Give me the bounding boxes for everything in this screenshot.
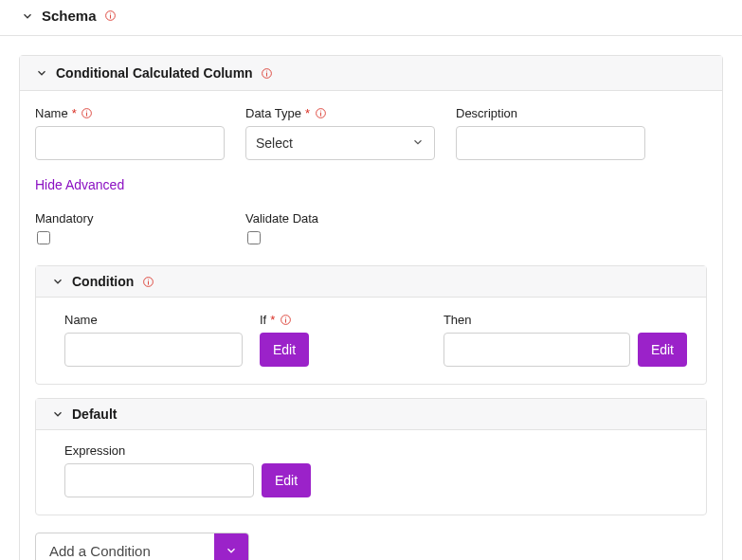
then-input[interactable] — [443, 333, 630, 367]
validate-label: Validate Data — [245, 211, 435, 226]
ccc-header[interactable]: Conditional Calculated Column — [20, 56, 722, 91]
chevron-down-icon — [214, 533, 248, 560]
mandatory-checkbox[interactable] — [37, 231, 50, 244]
name-label: Name — [35, 106, 68, 120]
info-icon — [104, 9, 118, 23]
ccc-title: Conditional Calculated Column — [56, 65, 253, 81]
add-condition-button[interactable]: Add a Condition — [35, 533, 249, 560]
datatype-select[interactable]: Select — [245, 126, 435, 160]
chevron-down-icon — [35, 66, 48, 80]
condition-name-label: Name — [64, 313, 98, 327]
expression-label: Expression — [64, 443, 125, 458]
schema-header[interactable]: Schema — [0, 0, 742, 36]
datatype-selected: Select — [256, 135, 293, 151]
description-label: Description — [456, 106, 517, 120]
required-asterisk: * — [72, 106, 77, 120]
mandatory-label: Mandatory — [35, 211, 225, 226]
required-asterisk: * — [305, 106, 310, 120]
schema-title: Schema — [42, 8, 97, 24]
info-icon — [314, 107, 327, 120]
default-header[interactable]: Default — [36, 399, 706, 430]
expression-edit-button[interactable]: Edit — [262, 463, 311, 497]
expression-input[interactable] — [64, 463, 254, 497]
chevron-down-icon — [21, 9, 34, 23]
name-input[interactable] — [35, 126, 225, 160]
default-panel: Default Expression Edit — [35, 398, 707, 515]
info-icon — [261, 66, 274, 80]
chevron-down-icon — [51, 407, 64, 421]
condition-title: Condition — [72, 274, 134, 289]
add-condition-label: Add a Condition — [36, 533, 214, 560]
info-icon — [141, 275, 154, 288]
hide-advanced-toggle[interactable]: Hide Advanced — [35, 177, 124, 192]
chevron-down-icon — [411, 135, 425, 152]
condition-header[interactable]: Condition — [36, 266, 706, 298]
then-edit-button[interactable]: Edit — [638, 333, 687, 367]
default-title: Default — [72, 406, 117, 422]
if-label: If — [260, 313, 266, 327]
datatype-label: Data Type — [245, 106, 301, 120]
description-input[interactable] — [456, 126, 645, 160]
required-asterisk: * — [270, 313, 275, 327]
info-icon — [279, 314, 292, 327]
if-edit-button[interactable]: Edit — [260, 333, 309, 367]
then-label: Then — [443, 313, 472, 327]
chevron-down-icon — [51, 275, 64, 288]
condition-name-input[interactable] — [64, 333, 243, 367]
condition-panel: Condition Name — [35, 265, 707, 385]
info-icon — [81, 107, 94, 120]
validate-checkbox[interactable] — [247, 231, 261, 244]
ccc-panel: Conditional Calculated Column Name * — [19, 55, 723, 560]
